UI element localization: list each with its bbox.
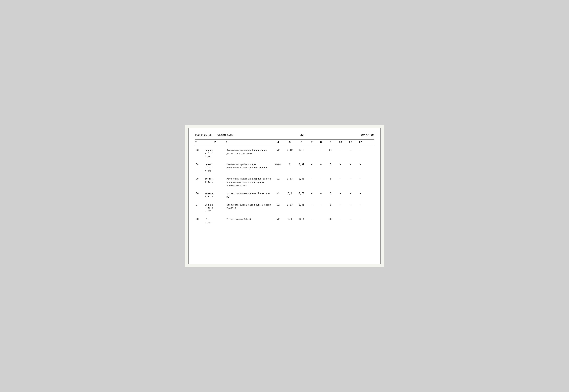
- row-col8: –: [316, 177, 326, 181]
- row-col10: –: [335, 148, 345, 152]
- row-col10: –: [335, 203, 345, 207]
- row-num: 95: [195, 177, 204, 181]
- row-col5: 6,8: [284, 217, 296, 221]
- row-col4: м2: [272, 148, 284, 152]
- col-header-3: 3: [226, 141, 272, 144]
- row-col12: –: [355, 148, 365, 152]
- row-num: 93: [195, 148, 204, 152]
- col-header-2: 2: [204, 141, 226, 144]
- row-ref: Ценникч.2р.2п.28I: [204, 203, 226, 213]
- row-col12: –: [355, 217, 365, 221]
- row-col6: I,45: [296, 177, 307, 181]
- header-code: 902-9-29.85: [195, 134, 217, 137]
- col-header-11: II: [345, 141, 355, 144]
- row-col7: –: [307, 192, 316, 196]
- row-ref: IO–IO5т.20-I: [204, 177, 226, 184]
- row-col5: I,83: [284, 177, 296, 181]
- row-col7: –: [307, 177, 316, 181]
- row-col12: –: [355, 177, 365, 181]
- row-num: 96: [195, 192, 204, 196]
- row-col7: –: [307, 217, 316, 221]
- row-col8: –: [316, 217, 326, 221]
- row-col4: компл.: [272, 163, 284, 166]
- row-col9: 3: [326, 203, 335, 207]
- header-doc: 20477-09: [360, 134, 374, 137]
- row-ref: –"–п.283: [204, 217, 226, 224]
- col-header-4: 4: [272, 141, 284, 144]
- row-col8: –: [316, 203, 326, 207]
- row-col11: –: [345, 203, 355, 207]
- row-num: 97: [195, 203, 204, 207]
- row-col9: 3: [326, 177, 335, 181]
- row-col5: I,83: [284, 203, 296, 207]
- table-row: 98 –"–п.283 То же, марки ПДУ-3 м2 6,8 I6…: [195, 215, 374, 226]
- header-row: 902-9-29.85 Альбом 6.88 -33- 20477-09: [195, 133, 374, 137]
- row-col8: –: [316, 163, 326, 167]
- row-col9: 6: [326, 163, 335, 167]
- row-col10: –: [335, 192, 345, 196]
- col-header-9: 9: [326, 141, 335, 144]
- table-row: 97 Ценникч.2р.2п.28I Стоимость блока мар…: [195, 201, 374, 215]
- row-col11: –: [345, 217, 355, 221]
- col-header-5: 5: [284, 141, 296, 144]
- row-col8: –: [316, 148, 326, 152]
- header-album: Альбом 6.88: [217, 134, 243, 137]
- row-col6: I4,8: [296, 148, 307, 152]
- row-col4: м2: [272, 177, 284, 181]
- row-ref: Ценникч.2р.2п.273: [204, 148, 226, 159]
- row-col12: –: [355, 192, 365, 196]
- row-col6: 2,97: [296, 163, 307, 167]
- row-col5: 2: [284, 163, 296, 167]
- row-col4: м2: [272, 192, 284, 196]
- row-desc: Стоимость приборов для однопольных вну-т…: [226, 163, 272, 170]
- row-desc: Установка наружных дверных блоков в ка-м…: [226, 177, 272, 188]
- row-num: 94: [195, 163, 204, 167]
- row-col6: I,45: [296, 203, 307, 207]
- data-rows: 93 Ценникч.2р.2п.273 Стоимость дверного …: [195, 145, 374, 226]
- col-header-1: I: [195, 141, 204, 144]
- col-header-8: 8: [316, 141, 326, 144]
- row-col10: –: [335, 217, 345, 221]
- row-col9: 6I: [326, 148, 335, 152]
- row-col8: –: [316, 192, 326, 196]
- row-ref: Ценникч.Iр.Iп.448: [204, 163, 226, 173]
- col-header-6: 6: [296, 141, 307, 144]
- row-col7: –: [307, 163, 316, 167]
- col-header-7: 7: [307, 141, 316, 144]
- row-col5: 6,8: [284, 192, 296, 196]
- row-col11: –: [345, 148, 355, 152]
- row-col10: –: [335, 177, 345, 181]
- row-col9: 8: [326, 192, 335, 196]
- row-desc: То же, марки ПДУ-3: [226, 217, 272, 221]
- row-col6: I,I9: [296, 192, 307, 196]
- row-col11: –: [345, 177, 355, 181]
- row-desc: Стоимость дверного блока марки Д37-Д ГОС…: [226, 148, 272, 156]
- row-ref: IO–IO6т.20-2: [204, 192, 226, 199]
- page-outer: 902-9-29.85 Альбом 6.88 -33- 20477-09 I …: [185, 125, 384, 267]
- header-page: -33-: [243, 133, 360, 137]
- row-col4: м2: [272, 217, 284, 221]
- row-col5: 4,I2: [284, 148, 296, 152]
- table-row: 93 Ценникч.2р.2п.273 Стоимость дверного …: [195, 145, 374, 160]
- row-col12: –: [355, 203, 365, 207]
- row-col11: –: [345, 163, 355, 167]
- col-headers: I 2 3 4 5 6 7 8 9 IO II I2: [195, 140, 374, 145]
- row-col6: I6,4: [296, 217, 307, 221]
- row-col11: –: [345, 192, 355, 196]
- table-row: 96 IO–IO6т.20-2 То же, площадью проема б…: [195, 189, 374, 201]
- row-col7: –: [307, 203, 316, 207]
- table-row: 95 IO–IO5т.20-I Установка наружных дверн…: [195, 175, 374, 189]
- row-col9: III: [326, 217, 335, 221]
- col-header-10: IO: [335, 141, 345, 144]
- row-num: 98: [195, 217, 204, 221]
- col-header-12: I2: [355, 141, 365, 144]
- row-col7: –: [307, 148, 316, 152]
- table-row: 94 Ценникч.Iр.Iп.448 Стоимость приборов …: [195, 160, 374, 175]
- row-col10: –: [335, 163, 345, 167]
- page-inner: 902-9-29.85 Альбом 6.88 -33- 20477-09 I …: [188, 128, 381, 264]
- row-desc: Стоимость блока марки ПДУ-6 серии 2.435-…: [226, 203, 272, 210]
- row-col4: м2: [272, 203, 284, 207]
- row-col12: –: [355, 163, 365, 167]
- row-desc: То же, площадью проема более 3,0 м2: [226, 192, 272, 199]
